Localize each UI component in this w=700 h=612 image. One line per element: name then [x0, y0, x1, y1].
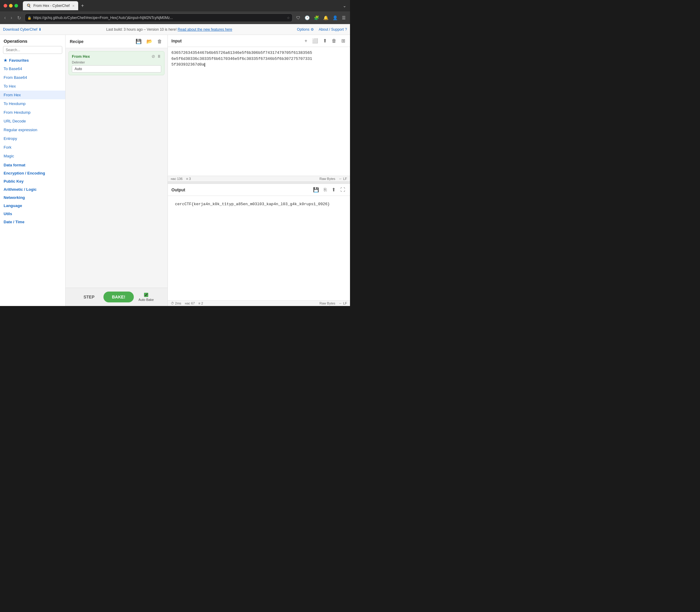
search-input[interactable] [3, 46, 62, 54]
output-fullscreen-button[interactable]: ⛶ [339, 186, 346, 193]
maximize-button[interactable] [14, 4, 18, 8]
menu-icon[interactable]: ☰ [341, 15, 347, 21]
input-add-button[interactable]: + [303, 38, 309, 44]
forward-button[interactable]: › [9, 14, 13, 22]
notifications-icon[interactable]: 🔔 [322, 15, 330, 21]
address-text: https://gchq.github.io/CyberChef/#recipe… [33, 16, 285, 20]
input-grid-button[interactable]: ⊞ [340, 37, 346, 44]
sidebar-category-public-key[interactable]: Public Key [0, 177, 65, 185]
sidebar-category-data-format[interactable]: Data format [0, 161, 65, 168]
favourites-header[interactable]: ★ Favourites [0, 56, 65, 65]
sidebar-item-to-hex[interactable]: To Hex [0, 82, 65, 91]
auto-bake-checkbox[interactable] [144, 293, 148, 297]
build-notice: Last build: 3 hours ago – Version 10 is … [46, 27, 292, 32]
options-link[interactable]: Options ⚙ [297, 27, 314, 32]
download-icon: ⬇ [39, 27, 42, 32]
address-bar[interactable]: 🔒 https://gchq.github.io/CyberChef/#reci… [25, 14, 292, 22]
input-status-bar: нас 136 ≡ 3 Raw Bytes ← LF [168, 176, 350, 181]
navbar: ‹ › ↻ 🔒 https://gchq.github.io/CyberChef… [0, 11, 350, 24]
minimize-button[interactable] [9, 4, 13, 8]
input-clear-button[interactable]: 🗑 [330, 38, 338, 44]
input-header: Input + ⬜ ⬆ 🗑 ⊞ [168, 35, 350, 47]
sidebar-scroll: ★ Favourites To Base64 From Base64 To He… [0, 56, 65, 306]
output-header: Output 💾 ⎘ ⬆ ⛶ [168, 184, 350, 196]
sidebar-category-networking[interactable]: Networking [0, 193, 65, 201]
new-tab-button[interactable]: + [80, 3, 86, 9]
input-panel: Input + ⬜ ⬆ 🗑 ⊞ 636572634354467b6b65726a… [168, 35, 350, 181]
output-copy-button[interactable]: ⎘ [323, 186, 328, 193]
recipe-clear-button[interactable]: 🗑 [156, 38, 163, 45]
output-title: Output [171, 187, 310, 192]
sidebar-item-to-hexdump[interactable]: To Hexdump [0, 99, 65, 108]
auto-bake-label: Auto Bake [139, 298, 154, 302]
sidebar-item-from-base64[interactable]: From Base64 [0, 73, 65, 82]
profile-icon[interactable]: 👤 [331, 15, 339, 21]
recipe-card-title: From Hex [72, 54, 90, 59]
input-line-count: ≡ 3 [186, 177, 191, 181]
build-link[interactable]: Read about the new features here [178, 27, 232, 32]
output-export-button[interactable]: ⬆ [330, 186, 337, 193]
active-tab[interactable]: 🍳 From Hex - CyberChef ✕ [23, 1, 78, 10]
tab-list-button[interactable]: ⌄ [343, 3, 346, 8]
bookmark-icon: ☆ [287, 16, 290, 20]
tab-close-button[interactable]: ✕ [72, 4, 74, 8]
back-button[interactable]: ‹ [3, 14, 7, 22]
output-lf-label: ← LF [339, 302, 347, 305]
sidebar-category-date-time[interactable]: Date / Time [0, 217, 65, 225]
input-open-button[interactable]: ⬜ [311, 37, 319, 44]
recipe-open-button[interactable]: 📂 [145, 38, 154, 45]
output-text: cercCTF{kerja4n_k0k_t1typ_a85en_m03l03_k… [171, 199, 346, 209]
sidebar-item-fork[interactable]: Fork [0, 143, 65, 152]
sidebar-category-language[interactable]: Language [0, 201, 65, 209]
step-button[interactable]: STEP [80, 292, 99, 302]
output-raw-bytes-label[interactable]: Raw Bytes [320, 302, 335, 305]
output-save-button[interactable]: 💾 [312, 186, 320, 193]
sidebar-item-magic[interactable]: Magic [0, 152, 65, 161]
input-content[interactable]: 636572634354467b6b65726a61346e5f6b306b5f… [168, 47, 350, 176]
download-link[interactable]: Download CyberChef ⬇ [3, 27, 42, 32]
options-label: Options [297, 27, 310, 32]
app-toolbar: Download CyberChef ⬇ Last build: 3 hours… [0, 24, 350, 35]
output-timing: ⏱ 2ms [171, 302, 181, 305]
recipe-header: Recipe 💾 📂 🗑 [66, 35, 168, 48]
input-resize-handle[interactable] [168, 181, 350, 184]
shield-icon[interactable]: 🛡 [295, 15, 302, 21]
sidebar-title: Operations [0, 35, 65, 46]
recipe-save-button[interactable]: 💾 [134, 38, 143, 45]
about-icon: ? [345, 27, 347, 32]
recipe-field-label: Delimiter [72, 60, 161, 64]
recipe-pause-button[interactable]: ⏸ [157, 54, 161, 59]
io-area: Input + ⬜ ⬆ 🗑 ⊞ 636572634354467b6b65726a… [168, 35, 350, 306]
input-status-right: Raw Bytes ← LF [320, 177, 347, 181]
sidebar-item-from-hex[interactable]: From Hex [0, 91, 65, 99]
traffic-lights [4, 4, 18, 8]
refresh-button[interactable]: ↻ [16, 14, 22, 22]
sidebar-item-entropy[interactable]: Entropy [0, 134, 65, 143]
extensions-icon[interactable]: 🧩 [313, 15, 320, 21]
bake-button[interactable]: BAKE! [103, 292, 133, 302]
recipe-content: From Hex ⊘ ⏸ Delimiter Auto [66, 48, 168, 288]
sidebar-category-encryption-encoding[interactable]: Encryption / Encoding [0, 168, 65, 177]
output-panel: Output 💾 ⎘ ⬆ ⛶ cercCTF{kerja4n_k0k_t1typ… [168, 184, 350, 306]
sidebar-category-utils[interactable]: Utils [0, 209, 65, 217]
recipe-disable-button[interactable]: ⊘ [152, 54, 155, 59]
recipe-title: Recipe [70, 39, 132, 44]
about-link[interactable]: About / Support ? [319, 27, 347, 32]
sidebar-category-arithmetic-logic[interactable]: Arithmetic / Logic [0, 185, 65, 193]
input-import-button[interactable]: ⬆ [322, 37, 328, 44]
nav-actions: 🛡 🕐 🧩 🔔 👤 ☰ [295, 15, 347, 21]
about-label: About / Support [319, 27, 344, 32]
recipe-field-value[interactable]: Auto [72, 65, 161, 72]
main-layout: Operations ★ Favourites To Base64 From B… [0, 35, 350, 306]
close-button[interactable] [4, 4, 7, 8]
output-content: cercCTF{kerja4n_k0k_t1typ_a85en_m03l03_k… [168, 196, 350, 300]
sidebar-item-url-decode[interactable]: URL Decode [0, 117, 65, 125]
input-raw-bytes-label[interactable]: Raw Bytes [320, 177, 335, 181]
sidebar-item-from-hexdump[interactable]: From Hexdump [0, 108, 65, 117]
sidebar-item-to-base64[interactable]: To Base64 [0, 65, 65, 73]
output-char-count: нас 67 [185, 302, 195, 305]
clock-icon[interactable]: 🕐 [303, 15, 311, 21]
sidebar-item-regular-expression[interactable]: Regular expression [0, 125, 65, 134]
recipe-card-from-hex: From Hex ⊘ ⏸ Delimiter Auto [69, 51, 165, 75]
recipe-card-header: From Hex ⊘ ⏸ [72, 54, 161, 59]
